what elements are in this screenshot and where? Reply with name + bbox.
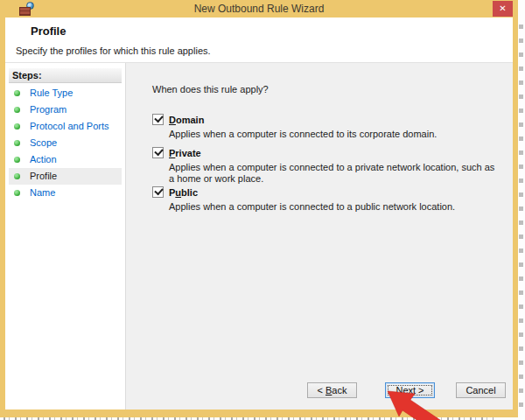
green-bullet-icon <box>14 123 20 130</box>
green-bullet-icon <box>14 107 20 113</box>
cancel-button[interactable]: Cancel <box>456 382 506 398</box>
steps-heading: Steps: <box>9 68 122 83</box>
profile-step-content: When does this rule apply? DomainApplies… <box>126 63 513 410</box>
public-label[interactable]: Public <box>169 187 198 198</box>
back-button[interactable]: < Back <box>307 382 357 398</box>
sidebar-item-program[interactable]: Program <box>9 102 122 118</box>
sidebar-item-label: Program <box>30 104 66 115</box>
background-text-fragments-right <box>519 24 523 410</box>
sidebar-item-label: Scope <box>30 137 57 148</box>
sidebar-item-label: Protocol and Ports <box>30 121 109 131</box>
domain-description: Applies when a computer is connected to … <box>169 129 502 140</box>
sidebar-item-rule-type[interactable]: Rule Type <box>9 85 122 102</box>
wizard-window: New Outbound Rule Wizard ✕ Profile Speci… <box>0 0 518 417</box>
titlebar[interactable]: New Outbound Rule Wizard ✕ <box>0 0 518 18</box>
sidebar-item-action[interactable]: Action <box>9 151 122 168</box>
green-bullet-icon <box>14 157 20 163</box>
public-description: Applies when a computer is connected to … <box>169 201 502 213</box>
wizard-header: Profile Specify the profiles for which t… <box>5 18 513 62</box>
option-private: PrivateApplies when a computer is connec… <box>152 147 502 185</box>
sidebar-item-name[interactable]: Name <box>9 185 122 201</box>
steps-list: Rule TypeProgramProtocol and PortsScopeA… <box>9 85 122 201</box>
domain-label[interactable]: Domain <box>169 115 204 125</box>
green-bullet-icon <box>14 140 20 146</box>
domain-checkbox[interactable] <box>152 114 164 125</box>
dialog-client-area: Profile Specify the profiles for which t… <box>5 18 513 410</box>
window-title: New Outbound Rule Wizard <box>0 3 518 15</box>
green-bullet-icon <box>14 173 20 179</box>
sidebar-item-scope[interactable]: Scope <box>9 135 122 151</box>
red-annotation-arrow <box>368 383 455 420</box>
sidebar-item-label: Action <box>30 154 57 164</box>
option-domain: DomainApplies when a computer is connect… <box>152 114 502 140</box>
close-button[interactable]: ✕ <box>493 1 513 17</box>
green-bullet-icon <box>14 190 20 196</box>
option-public: PublicApplies when a computer is connect… <box>152 186 502 213</box>
sidebar-item-label: Name <box>30 187 55 198</box>
sidebar-item-label: Profile <box>30 171 57 181</box>
steps-sidebar: Steps: Rule TypeProgramProtocol and Port… <box>5 63 125 410</box>
private-checkbox[interactable] <box>152 147 164 158</box>
sidebar-item-label: Rule Type <box>30 88 73 98</box>
private-description: Applies when a computer is connected to … <box>169 162 502 185</box>
sidebar-item-protocol-and-ports[interactable]: Protocol and Ports <box>9 118 122 135</box>
page-title: Profile <box>31 24 66 38</box>
sidebar-item-profile[interactable]: Profile <box>9 168 122 185</box>
public-checkbox[interactable] <box>152 186 164 198</box>
question-text: When does this rule apply? <box>152 84 269 94</box>
green-bullet-icon <box>14 90 20 96</box>
private-label[interactable]: Private <box>169 148 201 158</box>
page-subtitle: Specify the profiles for which this rule… <box>16 46 211 56</box>
background-page-edge-right <box>518 0 525 420</box>
